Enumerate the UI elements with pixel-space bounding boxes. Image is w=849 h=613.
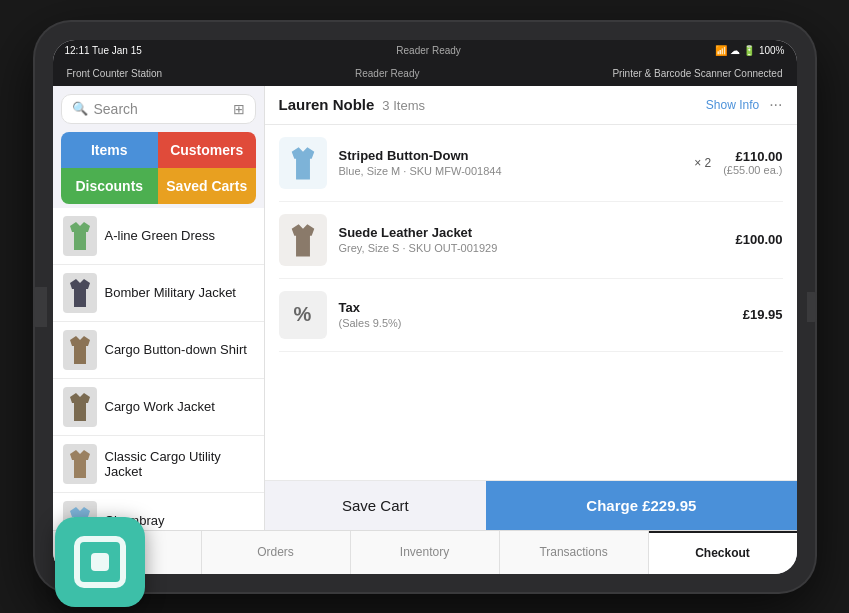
cart-item-price: £110.00 (£55.00 ea.) [723, 149, 782, 176]
cart-item-price: £19.95 [743, 307, 783, 322]
cart-item-info: Suede Leather Jacket Grey, Size S · SKU … [339, 225, 724, 254]
cart-footer: Save Cart Charge £229.95 [265, 480, 797, 530]
cart-customer: Lauren Noble 3 Items [279, 96, 425, 113]
charge-button[interactable]: Charge £229.95 [486, 481, 796, 530]
search-bar[interactable]: 🔍 Search ⊞ [61, 94, 256, 124]
square-logo [55, 517, 145, 607]
printer-status: Printer & Barcode Scanner Connected [612, 68, 782, 79]
cart-item-title: Striped Button-Down [339, 148, 683, 163]
customer-name: Lauren Noble [279, 96, 375, 113]
table-row[interactable]: Striped Button-Down Blue, Size M · SKU M… [279, 125, 783, 202]
svg-marker-1 [70, 279, 90, 307]
discounts-button[interactable]: Discounts [61, 168, 159, 204]
cart-header: Lauren Noble 3 Items Show Info ··· [265, 86, 797, 125]
item-name: Cargo Button-down Shirt [105, 342, 247, 357]
tab-bar: ItemsOrdersInventoryTransactionsCheckout [53, 530, 797, 574]
cart-item-price-main: £19.95 [743, 307, 783, 322]
search-placeholder: Search [94, 101, 227, 117]
list-item[interactable]: A-line Green Dress [53, 208, 264, 265]
svg-marker-3 [70, 393, 90, 421]
list-item[interactable]: Cargo Button-down Shirt [53, 322, 264, 379]
item-thumbnail [63, 273, 97, 313]
item-thumbnail [63, 330, 97, 370]
item-thumbnail [63, 216, 97, 256]
item-list: A-line Green Dress Bomber Military Jacke… [53, 208, 264, 530]
item-name: A-line Green Dress [105, 228, 216, 243]
more-options-button[interactable]: ··· [769, 96, 782, 114]
cart-item-info: Striped Button-Down Blue, Size M · SKU M… [339, 148, 683, 177]
cart-header-actions: Show Info ··· [706, 96, 783, 114]
cart-item-title: Suede Leather Jacket [339, 225, 724, 240]
item-name: Classic Cargo Utility Jacket [105, 449, 254, 479]
cart-items: Striped Button-Down Blue, Size M · SKU M… [265, 125, 797, 480]
square-logo-inner [74, 536, 126, 588]
cart-item-info: Tax (Sales 9.5%) [339, 300, 731, 329]
reader-status: Reader Ready [355, 68, 419, 79]
left-panel: 🔍 Search ⊞ Items Customers Discounts Sav… [53, 86, 265, 530]
save-cart-button[interactable]: Save Cart [265, 481, 487, 530]
cart-item-image [279, 214, 327, 266]
table-row[interactable]: Suede Leather Jacket Grey, Size S · SKU … [279, 202, 783, 279]
cart-item-subtitle: Blue, Size M · SKU MFW-001844 [339, 165, 683, 177]
table-row[interactable]: % Tax (Sales 9.5%) £19.95 [279, 279, 783, 352]
search-icon: 🔍 [72, 101, 88, 116]
status-center: Reader Ready [396, 45, 460, 56]
customers-button[interactable]: Customers [158, 132, 256, 168]
list-item[interactable]: Cargo Work Jacket [53, 379, 264, 436]
cart-item-title: Tax [339, 300, 731, 315]
header-bar: Front Counter Station Reader Ready Print… [53, 62, 797, 86]
home-button-left[interactable] [33, 287, 47, 327]
battery-pct: 100% [759, 45, 785, 56]
tablet-screen: 12:11 Tue Jan 15 Reader Ready 📶 ☁ 🔋 100%… [53, 40, 797, 574]
station-name: Front Counter Station [67, 68, 163, 79]
cart-item-price-main: £100.00 [736, 232, 783, 247]
items-button[interactable]: Items [61, 132, 159, 168]
home-button-right[interactable] [807, 292, 817, 322]
cart-item-qty: × 2 [694, 156, 711, 170]
status-bar: 12:11 Tue Jan 15 Reader Ready 📶 ☁ 🔋 100% [53, 40, 797, 62]
cart-item-subtitle: Grey, Size S · SKU OUT-001929 [339, 242, 724, 254]
square-logo-center [91, 553, 109, 571]
nav-grid: Items Customers Discounts Saved Carts [61, 132, 256, 204]
item-thumbnail [63, 444, 97, 484]
cart-item-price: £100.00 [736, 232, 783, 247]
svg-marker-6 [291, 147, 314, 179]
main-content: 🔍 Search ⊞ Items Customers Discounts Sav… [53, 86, 797, 530]
item-name: Cargo Work Jacket [105, 399, 215, 414]
list-item[interactable]: Classic Cargo Utility Jacket [53, 436, 264, 493]
tablet-shell: 12:11 Tue Jan 15 Reader Ready 📶 ☁ 🔋 100%… [35, 22, 815, 592]
cart-item-price-main: £110.00 [723, 149, 782, 164]
tab-inventory[interactable]: Inventory [351, 531, 500, 574]
svg-marker-4 [70, 450, 90, 478]
show-info-button[interactable]: Show Info [706, 98, 759, 112]
cart-item-count: 3 Items [382, 98, 425, 113]
svg-marker-2 [70, 336, 90, 364]
svg-marker-0 [70, 222, 90, 250]
tab-orders[interactable]: Orders [202, 531, 351, 574]
saved-carts-button[interactable]: Saved Carts [158, 168, 256, 204]
barcode-scan-icon[interactable]: ⊞ [233, 101, 245, 117]
cart-item-subtitle: (Sales 9.5%) [339, 317, 731, 329]
svg-marker-7 [291, 224, 314, 256]
tax-icon: % [279, 291, 327, 339]
tab-checkout[interactable]: Checkout [649, 531, 797, 574]
cart-item-price-sub: (£55.00 ea.) [723, 164, 782, 176]
list-item[interactable]: Bomber Military Jacket [53, 265, 264, 322]
cart-item-image [279, 137, 327, 189]
tab-transactions[interactable]: Transactions [500, 531, 649, 574]
right-panel: Lauren Noble 3 Items Show Info ··· Strip… [265, 86, 797, 530]
battery-icon: 📶 ☁ 🔋 [715, 45, 755, 56]
item-name: Bomber Military Jacket [105, 285, 236, 300]
status-time: 12:11 Tue Jan 15 [65, 45, 142, 56]
item-thumbnail [63, 387, 97, 427]
